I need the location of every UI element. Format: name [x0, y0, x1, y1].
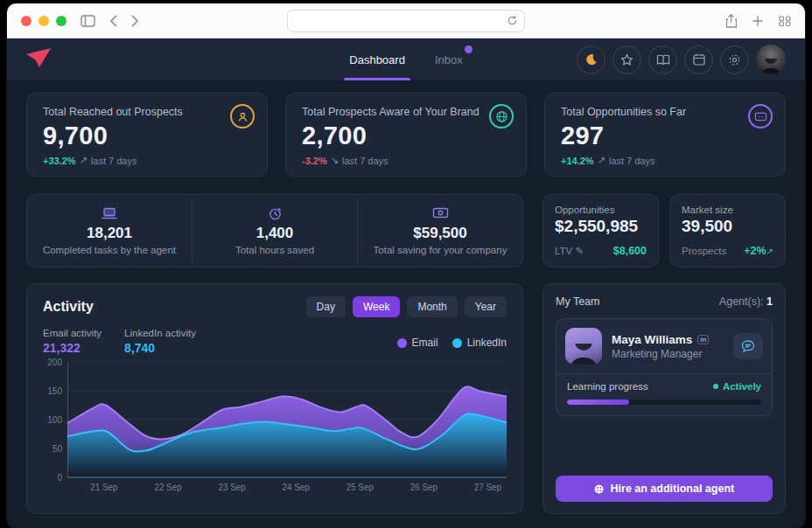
tabs-grid-icon[interactable]: [779, 16, 791, 26]
stat-card-brand-aware: Total Prospects Aware of Your Brand 2,70…: [285, 93, 527, 177]
plus-circle-icon: ⊕: [594, 482, 605, 496]
range-year-button[interactable]: Year: [465, 296, 507, 317]
delta-period: last 7 days: [609, 156, 655, 166]
side-value: $2,550,985: [555, 217, 647, 236]
dashboard-main: Total Reached out Prospects 9,700 +33.2%…: [7, 80, 805, 514]
side-title: Opportunities: [555, 205, 647, 215]
learning-progress-bar: [567, 399, 761, 405]
market-size-card: Market size 39,500 Prospects +2%↗: [669, 194, 786, 267]
laptop-icon: [32, 207, 186, 222]
learning-progress-label: Learning progress: [567, 381, 648, 392]
user-circle-icon: [230, 104, 255, 129]
svg-text:22 Sep: 22 Sep: [154, 483, 182, 492]
side-value: 39,500: [682, 217, 774, 236]
share-icon[interactable]: [725, 14, 737, 28]
hire-agent-button[interactable]: ⊕ Hire an additional agent: [556, 476, 773, 502]
y-tick-label: 200: [47, 358, 62, 367]
close-window-button[interactable]: [21, 16, 32, 26]
svg-text:24 Sep: 24 Sep: [283, 483, 311, 492]
svg-text:25 Sep: 25 Sep: [346, 483, 374, 492]
stat-value: 2,700: [302, 122, 510, 150]
ltv-label: LTV ✎: [555, 245, 584, 257]
minimize-window-button[interactable]: [38, 16, 49, 26]
user-avatar[interactable]: [756, 45, 786, 74]
delta-period: last 7 days: [342, 156, 388, 166]
activity-card: Activity Day Week Month Year Email activ…: [26, 283, 523, 514]
metric-value: $59,500: [363, 225, 517, 242]
metrics-row: 18,201 Completed tasks by the agent 1,40…: [26, 194, 786, 267]
linkedin-legend-dot: [452, 338, 462, 348]
range-buttons: Day Week Month Year: [306, 296, 507, 317]
tab-inbox[interactable]: Inbox: [435, 38, 463, 80]
range-day-button[interactable]: Day: [306, 296, 346, 317]
main-tabs: Dashboard Inbox: [7, 38, 805, 80]
globe-icon: [489, 104, 514, 129]
status-dot: [713, 384, 718, 389]
range-week-button[interactable]: Week: [353, 296, 400, 317]
inbox-notification-dot: [465, 45, 472, 53]
email-legend-dot: [397, 338, 407, 348]
address-bar[interactable]: [287, 10, 525, 32]
stat-cards-row: Total Reached out Prospects 9,700 +33.2%…: [26, 93, 786, 177]
stat-title: Total Opportunities so Far: [561, 106, 769, 118]
forward-chevron-icon[interactable]: [131, 15, 139, 27]
activity-title: Activity: [43, 299, 94, 315]
side-title: Market size: [682, 205, 774, 215]
clock-icon: [198, 207, 352, 222]
stat-card-reached-prospects: Total Reached out Prospects 9,700 +33.2%…: [26, 93, 268, 177]
team-member-card[interactable]: Maya Williams in Marketing Manager: [556, 318, 773, 416]
new-tab-plus-icon[interactable]: [752, 16, 763, 26]
stat-title: Total Reached out Prospects: [43, 106, 251, 118]
banknote-icon: [363, 207, 517, 222]
range-month-button[interactable]: Month: [407, 296, 457, 317]
prospects-label: Prospects: [682, 246, 726, 256]
stat-delta: -3.2% ↘ last 7 days: [302, 155, 510, 166]
metric-total-saving: $59,500 Total saving for your company: [357, 198, 522, 264]
chart-legend: Email LinkedIn: [397, 337, 507, 349]
ltv-value: $8,600: [613, 245, 647, 257]
trend-up-icon: ↗: [598, 155, 606, 166]
legend-email: Email: [397, 337, 438, 349]
side-metrics: Opportunities $2,550,985 LTV ✎ $8,600 Ma…: [542, 194, 786, 267]
agents-count: Agent(s): 1: [719, 295, 773, 308]
chart-y-axis: 050100150200: [43, 362, 67, 477]
tab-dashboard[interactable]: Dashboard: [349, 38, 405, 80]
y-tick-label: 100: [47, 415, 62, 425]
svg-text:27 Sep: 27 Sep: [474, 483, 502, 492]
traffic-lights: [21, 16, 66, 26]
agent-metrics-card: 18,201 Completed tasks by the agent 1,40…: [26, 194, 523, 267]
member-role: Marketing Manager: [612, 348, 709, 360]
email-activity-stat: Email activity 21,322: [43, 328, 102, 355]
wallet-card-icon: [748, 104, 773, 129]
opportunities-card: Opportunities $2,550,985 LTV ✎ $8,600: [542, 194, 659, 267]
zoom-window-button[interactable]: [56, 16, 66, 26]
member-name: Maya Williams in: [612, 333, 709, 346]
member-avatar: [565, 328, 602, 365]
chat-button[interactable]: [733, 333, 763, 359]
delta-value: -3.2%: [302, 156, 327, 166]
metric-value: 1,400: [198, 225, 352, 242]
chart-generated: 21 Sep22 Sep23 Sep24 Sep25 Sep26 Sep27 S…: [67, 362, 507, 492]
stat-title: Total Prospects Aware of Your Brand: [302, 106, 510, 118]
linkedin-badge-icon[interactable]: in: [697, 335, 709, 344]
pencil-icon[interactable]: ✎: [575, 246, 584, 256]
metric-label: Total hours saved: [198, 245, 352, 255]
y-tick-label: 50: [52, 444, 62, 454]
my-team-card: My Team Agent(s): 1 Maya Williams in: [542, 283, 786, 514]
chat-bubble-icon: [741, 340, 755, 352]
reload-icon[interactable]: [508, 16, 517, 25]
back-chevron-icon[interactable]: [109, 15, 117, 27]
delta-value: +14.2%: [561, 156, 594, 166]
delta-value: +33.2%: [43, 156, 76, 166]
svg-text:23 Sep: 23 Sep: [218, 483, 246, 492]
app-navbar: Dashboard Inbox: [7, 38, 805, 80]
activity-chart: 050100150200: [43, 362, 507, 495]
team-title: My Team: [556, 295, 599, 308]
agent-status: Actively: [713, 381, 761, 392]
stat-delta: +14.2% ↗ last 7 days: [561, 155, 769, 166]
trend-up-icon: ↗: [80, 155, 88, 166]
sidebar-icon[interactable]: [80, 15, 95, 27]
stat-value: 9,700: [43, 122, 251, 150]
linkedin-activity-stat: LinkedIn activity 8,740: [124, 328, 196, 355]
trend-down-icon: ↘: [331, 155, 339, 166]
